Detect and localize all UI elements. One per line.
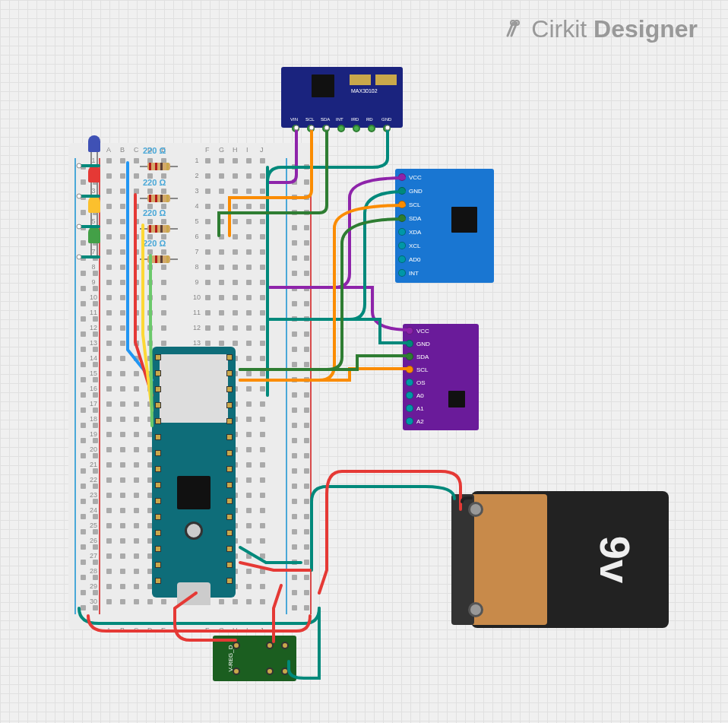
- breadboard-col-label: A: [106, 626, 111, 634]
- breadboard-col-label: J: [260, 146, 264, 154]
- breadboard-rail-hole: [81, 301, 86, 306]
- breadboard-rail-hole: [304, 514, 309, 519]
- mpu6050-pin-int: INT: [398, 269, 419, 277]
- breadboard-rail-hole: [81, 347, 86, 352]
- brand-text-1: Cirkit: [531, 15, 593, 43]
- breadboard-rail-hole: [304, 301, 309, 306]
- lm75-pin-gnd: GND: [406, 340, 430, 347]
- breadboard-hole: [161, 265, 166, 270]
- breadboard-rail-hole: [292, 377, 297, 382]
- breadboard-hole: [260, 280, 265, 285]
- breadboard-hole: [219, 599, 224, 604]
- breadboard-hole: [134, 553, 139, 559]
- breadboard-hole: [219, 341, 224, 346]
- breadboard-rail-hole: [304, 575, 309, 580]
- breadboard-hole: [246, 265, 252, 270]
- breadboard-hole: [246, 538, 252, 544]
- breadboard-hole: [260, 523, 265, 528]
- breadboard-hole: [134, 341, 139, 346]
- breadboard-hole: [134, 584, 139, 589]
- breadboard-hole: [246, 462, 252, 468]
- breadboard-hole: [120, 447, 125, 452]
- breadboard-rail-hole: [292, 179, 297, 185]
- breadboard-rail-hole: [304, 225, 309, 230]
- breadboard-hole: [134, 280, 139, 285]
- breadboard-hole: [161, 249, 166, 255]
- arduino-pin: [226, 370, 233, 376]
- breadboard-hole: [260, 310, 265, 316]
- breadboard-hole: [219, 249, 224, 255]
- breadboard-rail-hole: [304, 286, 309, 291]
- breadboard-hole: [147, 249, 153, 255]
- breadboard-hole: [134, 508, 139, 513]
- breadboard-hole: [134, 538, 139, 544]
- app-logo: Cirkit Designer: [504, 15, 698, 46]
- breadboard-hole: [246, 447, 252, 452]
- breadboard-hole: [134, 219, 139, 224]
- breadboard-hole: [260, 249, 265, 255]
- breadboard-hole: [260, 325, 265, 331]
- breadboard-hole: [134, 462, 139, 468]
- breadboard-hole: [260, 189, 265, 194]
- arduino-pin: [226, 386, 233, 392]
- mpu6050-pin-vcc: VCC: [398, 173, 422, 181]
- breadboard-rail-hole: [304, 453, 309, 458]
- breadboard-hole: [205, 234, 210, 239]
- breadboard-hole: [246, 417, 252, 422]
- breadboard-hole: [120, 371, 125, 376]
- breadboard-hole: [106, 477, 112, 483]
- breadboard-row-label: 8: [88, 263, 99, 271]
- arduino-pin: [155, 530, 161, 536]
- breadboard-hole: [233, 599, 238, 604]
- breadboard-rail-hole: [81, 286, 86, 291]
- breadboard-rail-hole: [304, 560, 309, 565]
- max30102-pin-label: IRD: [351, 117, 359, 122]
- breadboard-rail-hole: [81, 423, 86, 428]
- breadboard-rail-hole: [81, 271, 86, 276]
- breadboard-hole: [106, 189, 112, 194]
- breadboard-hole: [147, 341, 153, 346]
- breadboard-col-label: C: [134, 626, 139, 634]
- breadboard-rail-hole: [304, 347, 309, 352]
- arduino-pin: [226, 562, 233, 568]
- battery-9v: 9v: [426, 476, 669, 643]
- breadboard-hole: [106, 249, 112, 255]
- breadboard-row-label: 21: [88, 461, 99, 468]
- breadboard-rail-hole: [81, 331, 86, 337]
- breadboard-hole: [134, 599, 139, 604]
- arduino-pin: [155, 418, 161, 424]
- breadboard-rail-hole: [304, 499, 309, 504]
- breadboard-rail-hole: [81, 438, 86, 443]
- arduino-pin: [226, 514, 233, 520]
- breadboard-rail-hole: [304, 240, 309, 246]
- breadboard-hole: [219, 295, 224, 300]
- max30102-pin-label: INT: [336, 117, 343, 122]
- breadboard-hole: [260, 508, 265, 513]
- breadboard-row-label: 19: [88, 430, 99, 438]
- breadboard-hole: [120, 569, 125, 574]
- breadboard-rail-hole: [81, 392, 86, 398]
- breadboard-hole: [260, 477, 265, 483]
- resistor-2-label: 220 Ω: [143, 178, 166, 187]
- breadboard-hole: [120, 356, 125, 361]
- breadboard-hole: [120, 462, 125, 468]
- breadboard-hole: [106, 599, 112, 604]
- breadboard-hole: [106, 158, 112, 163]
- breadboard-hole: [205, 173, 210, 179]
- arduino-pin: [226, 578, 233, 584]
- green-led: [88, 227, 100, 243]
- arduino-usb-port: [177, 582, 210, 605]
- breadboard-hole: [147, 265, 153, 270]
- breadboard-hole: [260, 158, 265, 163]
- breadboard-row-label: 3: [191, 187, 202, 195]
- max30102-pin-label: RD: [366, 117, 373, 122]
- breadboard-rail-hole: [81, 514, 86, 519]
- breadboard-hole: [205, 280, 210, 285]
- breadboard-hole: [161, 219, 166, 224]
- breadboard-rail-hole: [292, 514, 297, 519]
- breadboard-hole: [134, 432, 139, 437]
- breadboard-row-label: 20: [88, 446, 99, 453]
- breadboard-rail-hole: [93, 590, 98, 595]
- arduino-pin: [226, 402, 233, 408]
- breadboard-rail-hole: [292, 164, 297, 170]
